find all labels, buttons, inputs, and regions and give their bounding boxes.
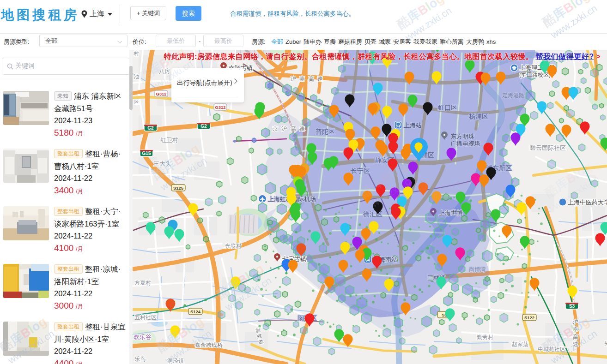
- svg-text:区: 区: [134, 99, 139, 105]
- svg-text:尚博湾: 尚博湾: [469, 266, 486, 273]
- svg-text:池: 池: [134, 73, 140, 80]
- svg-text:S124: S124: [190, 309, 201, 314]
- svg-text:洞泾镇: 洞泾镇: [167, 358, 184, 364]
- svg-text:奉: 奉: [573, 326, 578, 333]
- svg-text:(军工路校区): (军工路校区): [519, 72, 551, 78]
- svg-text:长宁区: 长宁区: [351, 167, 370, 174]
- svg-text:G312: G312: [215, 105, 225, 110]
- svg-text:高: 高: [573, 334, 578, 340]
- svg-text:五村社区: 五村社区: [134, 314, 157, 321]
- svg-text:京 沪 高 速: 京 沪 高 速: [273, 125, 306, 132]
- svg-text:东方明珠: 东方明珠: [450, 133, 474, 140]
- svg-text:上海站: 上海站: [404, 122, 422, 129]
- svg-text:方夏村: 方夏村: [134, 280, 151, 286]
- svg-text:上海中医药大学: 上海中医药大学: [568, 199, 607, 206]
- svg-text:速: 速: [573, 341, 578, 347]
- svg-text:杨浦区: 杨浦区: [468, 113, 488, 120]
- svg-text:虹口区: 虹口区: [438, 104, 457, 111]
- svg-text:G312: G312: [156, 91, 166, 96]
- svg-text:G2: G2: [147, 125, 154, 131]
- svg-text:乐鸟: 乐鸟: [134, 356, 146, 362]
- svg-text:中城苑社区: 中城苑社区: [538, 346, 565, 352]
- svg-text:定海港路: 定海港路: [502, 92, 524, 99]
- svg-text:沪: 沪: [572, 319, 578, 325]
- svg-text:G15: G15: [142, 151, 151, 156]
- svg-text:勤劳村: 勤劳村: [477, 334, 493, 340]
- svg-text:S122: S122: [524, 315, 534, 320]
- svg-text:沪 嘉 高 速: 沪 嘉 高 速: [290, 76, 324, 82]
- svg-text:八房: 八房: [159, 68, 170, 74]
- svg-text:上海世博: 上海世博: [439, 209, 463, 216]
- svg-text:村: 村: [133, 50, 139, 57]
- svg-text:三大头: 三大头: [153, 160, 171, 167]
- svg-text:红卫村: 红卫村: [160, 137, 178, 143]
- svg-text:嘉金跨线桥: 嘉金跨线桥: [195, 342, 223, 348]
- svg-text:广播电视塔: 广播电视塔: [450, 140, 480, 147]
- svg-text:朱家: 朱家: [604, 340, 607, 347]
- svg-text:光联村: 光联村: [225, 243, 242, 249]
- svg-text:普陀区: 普陀区: [316, 128, 335, 135]
- svg-text:G2: G2: [200, 124, 207, 129]
- svg-text:赵家荡: 赵家荡: [512, 341, 528, 347]
- svg-text:S125: S125: [173, 185, 184, 191]
- svg-text:S3: S3: [569, 304, 575, 309]
- svg-text:欢乐谷: 欢乐谷: [134, 334, 152, 340]
- svg-text:碧云国际社区: 碧云国际社区: [530, 144, 566, 151]
